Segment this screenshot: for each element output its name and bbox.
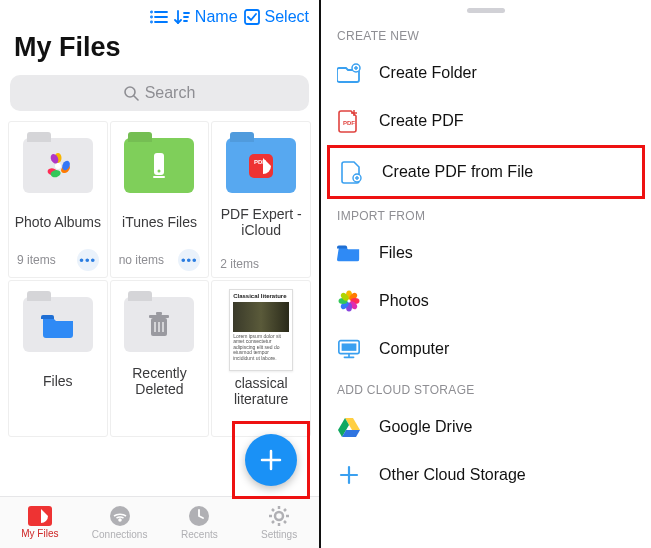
folder-plus-icon xyxy=(337,61,361,85)
sort-label: Name xyxy=(195,8,238,26)
tab-settings[interactable]: Settings xyxy=(239,497,319,548)
search-placeholder: Search xyxy=(145,84,196,102)
svg-rect-33 xyxy=(28,506,52,526)
files-screen: Name Select My Files Search Photo Albums… xyxy=(0,0,321,548)
sort-icon xyxy=(174,10,190,24)
tile-pdf-expert-icloud[interactable]: PDF PDF Expert - iCloud 2 items xyxy=(211,121,311,278)
document-thumbnail: Classical literature Lorem ipsum dolor s… xyxy=(229,289,293,371)
list-toggle-button[interactable] xyxy=(150,10,168,24)
list-icon xyxy=(150,10,168,24)
tile-label: PDF Expert - iCloud xyxy=(216,206,306,238)
plus-icon xyxy=(258,447,284,473)
select-label: Select xyxy=(265,8,309,26)
tile-photo-albums[interactable]: Photo Albums 9 items ••• xyxy=(8,121,108,278)
svg-rect-64 xyxy=(342,343,357,350)
sort-button[interactable]: Name xyxy=(174,8,238,26)
file-grid: Photo Albums 9 items ••• iTunes Files no… xyxy=(0,121,319,437)
svg-rect-26 xyxy=(149,315,169,318)
tile-document[interactable]: Classical literature Lorem ipsum dolor s… xyxy=(211,280,311,437)
row-import-photos[interactable]: Photos xyxy=(321,277,651,325)
tab-label: Connections xyxy=(92,529,148,540)
svg-point-34 xyxy=(110,506,130,526)
row-other-cloud[interactable]: Other Cloud Storage xyxy=(321,451,651,499)
wifi-icon xyxy=(109,505,131,527)
svg-text:PDF: PDF xyxy=(254,159,266,165)
tab-label: My Files xyxy=(21,528,58,539)
row-label: Create Folder xyxy=(379,64,477,82)
pdf-expert-tab-icon xyxy=(28,506,52,526)
google-drive-icon xyxy=(337,415,361,439)
tile-label: classical literature xyxy=(216,375,306,407)
create-sheet: CREATE NEW Create Folder PDF Create PDF … xyxy=(321,0,651,548)
select-button[interactable]: Select xyxy=(244,8,309,26)
more-button[interactable]: ••• xyxy=(178,249,200,271)
svg-line-42 xyxy=(272,509,274,511)
sheet-handle[interactable] xyxy=(467,8,505,13)
tile-label: iTunes Files xyxy=(122,206,197,238)
tab-recents[interactable]: Recents xyxy=(160,497,240,548)
tile-files[interactable]: Files xyxy=(8,280,108,437)
svg-point-21 xyxy=(158,169,161,172)
tab-label: Recents xyxy=(181,529,218,540)
tile-label: Files xyxy=(43,365,73,397)
search-input[interactable]: Search xyxy=(10,75,309,111)
section-header-import: IMPORT FROM xyxy=(321,199,651,229)
svg-rect-27 xyxy=(156,312,162,315)
photos-flower-icon xyxy=(43,151,73,181)
row-label: Photos xyxy=(379,292,429,310)
folder-icon xyxy=(337,241,361,265)
plus-icon xyxy=(337,463,361,487)
row-create-pdf-from-file[interactable]: Create PDF from File xyxy=(327,145,645,199)
search-icon xyxy=(124,86,139,101)
pdf-plus-icon: PDF xyxy=(337,109,361,133)
tile-recently-deleted[interactable]: Recently Deleted xyxy=(110,280,210,437)
tab-my-files[interactable]: My Files xyxy=(0,497,80,548)
row-import-computer[interactable]: Computer xyxy=(321,325,651,373)
tab-connections[interactable]: Connections xyxy=(80,497,160,548)
tile-count: no items xyxy=(119,253,164,267)
row-label: Create PDF from File xyxy=(382,163,533,181)
pdf-expert-icon: PDF xyxy=(245,150,277,182)
tile-label: Photo Albums xyxy=(15,206,101,238)
page-title: My Files xyxy=(0,32,319,71)
gear-icon xyxy=(268,505,290,527)
topbar: Name Select xyxy=(0,0,319,32)
row-create-folder[interactable]: Create Folder xyxy=(321,49,651,97)
tab-label: Settings xyxy=(261,529,297,540)
svg-line-45 xyxy=(284,509,286,511)
svg-point-5 xyxy=(151,22,152,23)
clock-icon xyxy=(188,505,210,527)
tile-count: 9 items xyxy=(17,253,56,267)
row-label: Computer xyxy=(379,340,449,358)
row-label: Google Drive xyxy=(379,418,472,436)
row-label: Other Cloud Storage xyxy=(379,466,526,484)
tile-itunes-files[interactable]: iTunes Files no items ••• xyxy=(110,121,210,278)
add-button[interactable] xyxy=(245,434,297,486)
file-plus-icon xyxy=(340,160,364,184)
tile-label: Recently Deleted xyxy=(115,365,205,397)
svg-point-3 xyxy=(151,12,152,13)
itunes-icon xyxy=(148,151,170,181)
section-header-cloud: ADD CLOUD STORAGE xyxy=(321,373,651,403)
tab-bar: My Files Connections Recents Settings xyxy=(0,496,319,548)
tile-count: 2 items xyxy=(220,257,259,271)
svg-line-44 xyxy=(272,521,274,523)
more-button[interactable]: ••• xyxy=(77,249,99,271)
checkbox-icon xyxy=(244,9,260,25)
svg-line-12 xyxy=(134,96,138,100)
svg-point-13 xyxy=(55,163,61,169)
computer-icon xyxy=(337,337,361,361)
photos-flower-icon xyxy=(337,289,361,313)
row-create-pdf[interactable]: PDF Create PDF xyxy=(321,97,651,145)
svg-point-4 xyxy=(151,17,152,18)
svg-point-35 xyxy=(119,519,121,521)
row-label: Files xyxy=(379,244,413,262)
svg-line-43 xyxy=(284,521,286,523)
row-google-drive[interactable]: Google Drive xyxy=(321,403,651,451)
row-label: Create PDF xyxy=(379,112,463,130)
folder-icon xyxy=(41,312,75,338)
trash-icon xyxy=(146,310,172,340)
section-header-create: CREATE NEW xyxy=(321,19,651,49)
svg-text:PDF: PDF xyxy=(343,120,355,126)
row-import-files[interactable]: Files xyxy=(321,229,651,277)
